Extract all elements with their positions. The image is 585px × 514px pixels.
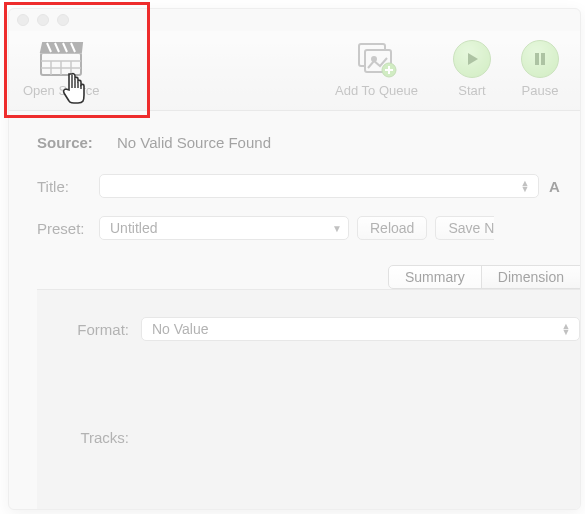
angle-label: A <box>549 178 567 195</box>
source-value: No Valid Source Found <box>117 134 271 151</box>
pause-label: Pause <box>522 83 559 98</box>
pause-icon <box>514 37 566 81</box>
tab-dimension-label: Dimension <box>498 269 564 285</box>
tab-bar: Summary Dimension <box>37 265 580 289</box>
tracks-label: Tracks: <box>71 429 141 446</box>
preset-label: Preset: <box>37 220 99 237</box>
preset-row: Preset: Untitled ▼ Reload Save N <box>37 211 580 245</box>
close-window-dot[interactable] <box>17 14 29 26</box>
queue-add-icon <box>351 37 403 81</box>
summary-panel: Format: No Value ▲▼ Tracks: <box>37 289 580 510</box>
zoom-window-dot[interactable] <box>57 14 69 26</box>
reload-label: Reload <box>370 220 414 236</box>
save-preset-button[interactable]: Save N <box>435 216 494 240</box>
open-source-button[interactable]: Open Source <box>23 37 100 98</box>
svg-rect-6 <box>541 53 545 65</box>
start-button[interactable]: Start <box>446 37 498 98</box>
clapperboard-icon <box>35 37 87 81</box>
format-row: Format: No Value ▲▼ <box>71 314 580 344</box>
source-row: Source: No Valid Source Found <box>37 125 580 159</box>
pause-button[interactable]: Pause <box>514 37 566 98</box>
title-label: Title: <box>37 178 99 195</box>
start-label: Start <box>458 83 485 98</box>
preset-select[interactable]: Untitled ▼ <box>99 216 349 240</box>
minimize-window-dot[interactable] <box>37 14 49 26</box>
save-label: Save N <box>448 220 494 236</box>
toolbar: Open Source Add To Queue <box>9 31 580 111</box>
title-select[interactable]: ▲▼ <box>99 174 539 198</box>
titlebar <box>9 9 580 31</box>
chevron-down-icon: ▼ <box>332 223 342 234</box>
play-icon <box>446 37 498 81</box>
tracks-row: Tracks: <box>71 422 580 452</box>
updown-icon: ▲▼ <box>559 323 573 335</box>
format-value: No Value <box>152 321 209 337</box>
open-source-label: Open Source <box>23 83 100 98</box>
preset-value: Untitled <box>110 220 157 236</box>
add-to-queue-label: Add To Queue <box>335 83 418 98</box>
tab-summary-label: Summary <box>405 269 465 285</box>
add-to-queue-button[interactable]: Add To Queue <box>335 37 418 98</box>
app-window: Open Source Add To Queue <box>8 8 581 510</box>
reload-button[interactable]: Reload <box>357 216 427 240</box>
source-label: Source: <box>37 134 109 151</box>
format-select[interactable]: No Value ▲▼ <box>141 317 580 341</box>
tab-dimension[interactable]: Dimension <box>481 265 580 289</box>
tab-summary[interactable]: Summary <box>388 265 482 289</box>
title-row: Title: ▲▼ A <box>37 169 580 203</box>
updown-icon: ▲▼ <box>518 180 532 192</box>
svg-rect-5 <box>535 53 539 65</box>
format-label: Format: <box>71 321 141 338</box>
content-area: Source: No Valid Source Found Title: ▲▼ … <box>9 111 580 510</box>
